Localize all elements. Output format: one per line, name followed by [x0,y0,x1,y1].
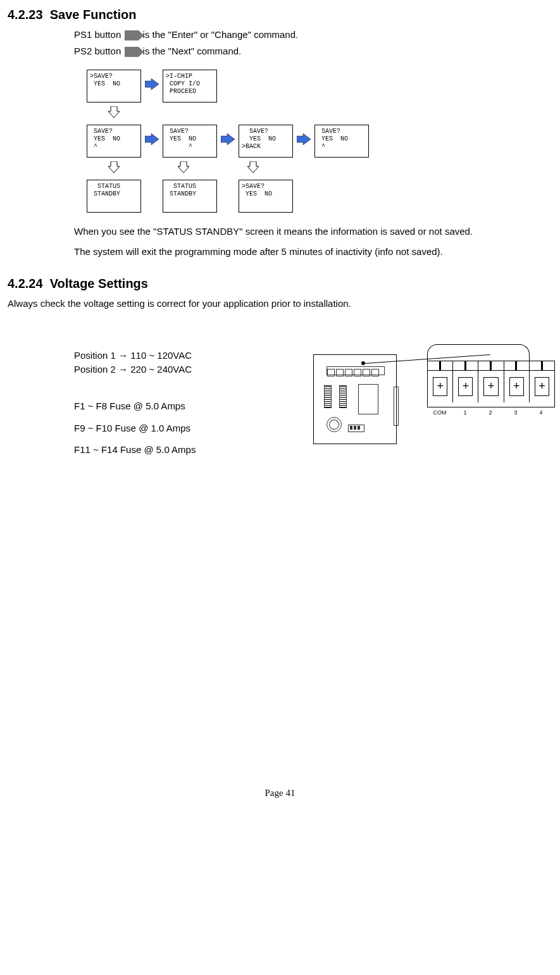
screen-r2c3: SAVE? YES NO >BACK [239,125,293,158]
term-com: COM [427,409,452,416]
arrow-right-icon [145,134,159,148]
svg-marker-3 [221,134,235,145]
term-4: 4 [528,409,554,416]
svg-marker-7 [247,161,259,173]
arrow-right-icon [145,78,159,93]
term-3: 3 [503,409,528,416]
pcb-illustration [313,354,397,444]
screen-r2c1: SAVE? YES NO ^ [87,125,141,158]
terminal-block [427,361,555,407]
save-note2: The system will exit the programming mod… [74,245,552,258]
svg-marker-1 [108,106,120,118]
next-arrow-icon [125,47,139,57]
section-heading-voltage: 4.2.24 Voltage Settings [8,275,552,292]
fuse-line-1: F1 ~ F8 Fuse @ 5.0 Amps [74,400,294,413]
screen-r3c2: STATUS STANDBY [163,180,217,213]
svg-marker-2 [145,134,159,145]
voltage-intro: Always check the voltage setting is corr… [8,297,552,310]
term-2: 2 [478,409,503,416]
position-2: Position 2 → 220 ~ 240VAC [74,363,294,376]
screen-r1c2: >I-CHIP COPY I/O PROCEED [163,70,217,102]
terminal-labels: COM 1 2 3 4 [427,409,554,416]
ps2-post: is the "Next" command. [143,46,242,56]
svg-marker-6 [178,161,189,173]
ps1-pre: PS1 button [74,29,121,40]
ps2-line: PS2 button is the "Next" command. [74,45,552,58]
position-1: Position 1 → 110 ~ 120VAC [74,349,294,362]
fuse-line-2: F9 ~ F10 Fuse @ 1.0 Amps [74,422,294,435]
terminal-arch [427,344,530,363]
arrow-down-icon [108,161,120,176]
screen-r3c1: STATUS STANDBY [87,180,141,213]
svg-marker-5 [108,161,120,173]
screen-r2c2: SAVE? YES NO ^ [163,125,217,158]
arrow-down-icon [247,161,259,176]
arrow-down-icon [178,161,189,176]
save-flowchart: >SAVE? YES NO >I-CHIP COPY I/O PROCEED S… [87,70,552,213]
section-num: 4.2.24 [8,276,43,290]
save-note1: When you see the "STATUS STANDBY" screen… [74,225,552,238]
page-number: Page 41 [8,786,552,799]
ps1-line: PS1 button is the "Enter" or "Change" co… [74,28,552,41]
screen-r2c4: SAVE? YES NO ^ [314,125,369,158]
ps2-pre: PS2 button [74,46,121,56]
arrow-down-icon [108,106,120,121]
screen-r1c1: >SAVE? YES NO [87,70,141,102]
fuse-line-3: F11 ~ F14 Fuse @ 5.0 Amps [74,444,294,456]
arrow-right-icon [221,134,235,148]
svg-marker-4 [297,134,311,145]
ps1-post: is the "Enter" or "Change" command. [143,29,299,40]
section-heading-save: 4.2.23 Save Function [8,6,552,23]
term-1: 1 [452,409,478,416]
voltage-diagram: COM 1 2 3 4 [313,348,552,449]
section-title: Save Function [50,8,137,22]
screen-r3c3: >SAVE? YES NO [239,180,293,213]
enter-arrow-icon [125,30,139,40]
arrow-right-icon [297,134,311,148]
section-title: Voltage Settings [50,276,148,290]
svg-marker-0 [145,78,159,90]
section-num: 4.2.23 [8,8,43,22]
